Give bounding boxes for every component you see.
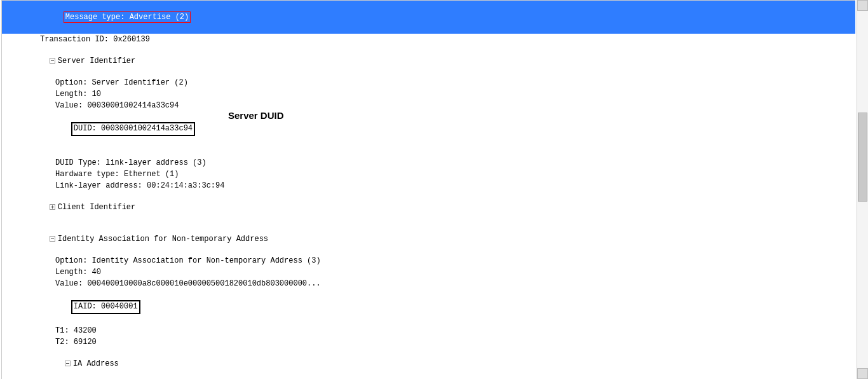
val-server-id[interactable]: Value: 00030001002414a33c94 [2,100,855,111]
collapse-icon[interactable] [50,58,55,64]
message-type: Message type: Advertise (2) [64,11,191,23]
ia-na-t2[interactable]: T2: 69120 [2,336,855,348]
duid-type[interactable]: DUID Type: link-layer address (3) [2,157,855,169]
transaction-id[interactable]: Transaction ID: 0x260139 [2,34,855,45]
len-server-id[interactable]: Length: 10 [2,88,855,100]
scroll-up-button[interactable] [857,0,868,11]
vertical-scrollbar[interactable] [857,0,868,379]
iaid-box: IAID: 00040001 [71,300,140,314]
opt-server-id[interactable]: Option: Server Identifier (2) [2,77,855,88]
ia-na-option[interactable]: Option: Identity Association for Non-tem… [2,255,855,266]
duid-row[interactable]: DUID: 00030001002414a33c94 Server DUID [2,111,855,157]
scroll-track[interactable] [857,11,868,368]
server-identifier-node[interactable]: Server Identifier [2,45,855,77]
collapse-icon[interactable] [65,361,71,366]
server-duid-box: DUID: 00030001002414a33c94 [71,122,195,136]
collapse-icon[interactable] [50,236,55,242]
ia-na-length[interactable]: Length: 40 [2,266,855,278]
message-type-row[interactable]: Message type: Advertise (2) [2,1,855,34]
ia-na-value[interactable]: Value: 000400010000a8c000010e00000500182… [2,278,855,289]
annotation-server-duid: Server DUID [228,111,284,121]
ia-na-t1[interactable]: T1: 43200 [2,325,855,336]
ll-addr[interactable]: Link-layer address: 00:24:14:a3:3c:94 [2,180,855,191]
client-identifier-node[interactable]: Client Identifier [2,191,855,223]
hw-type[interactable]: Hardware type: Ethernet (1) [2,169,855,180]
packet-tree: Message type: Advertise (2) Transaction … [1,0,855,379]
expand-icon[interactable] [50,204,55,210]
scroll-thumb[interactable] [858,113,867,202]
scroll-down-button[interactable] [857,368,868,379]
iaid-row[interactable]: IAID: 00040001 [2,289,855,325]
ia-na-node[interactable]: Identity Association for Non-temporary A… [2,223,855,255]
ia-addr-node[interactable]: IA Address [2,348,855,379]
